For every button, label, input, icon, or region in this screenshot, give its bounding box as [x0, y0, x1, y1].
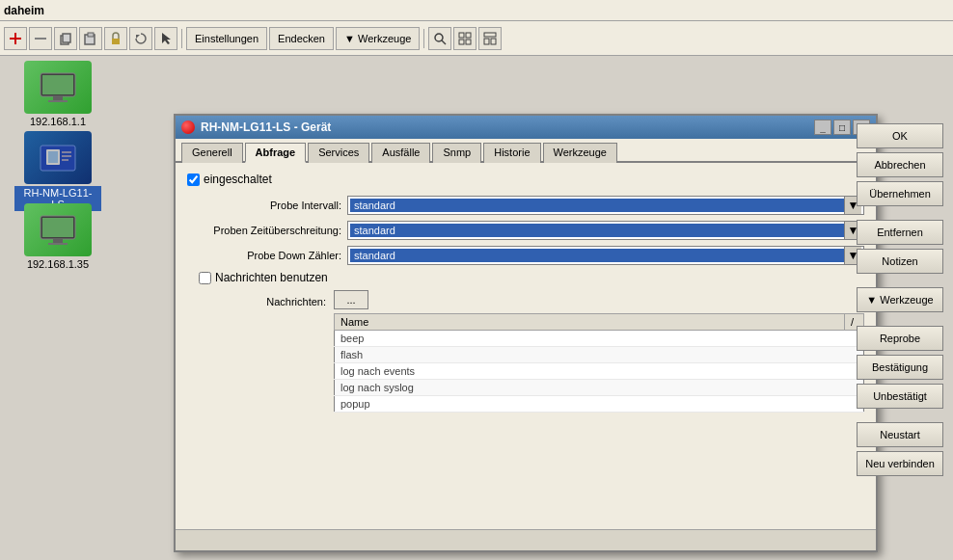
layout-icon[interactable] — [478, 27, 502, 50]
svg-rect-32 — [48, 243, 68, 245]
toolbar: Einstellungen Endecken ▼ Werkzeuge — [0, 21, 953, 56]
bestatigung-button[interactable]: Bestätigung — [857, 355, 943, 380]
svg-rect-16 — [484, 33, 496, 37]
proben-zeituber-select[interactable]: standard ▼ — [347, 221, 864, 240]
svg-rect-20 — [42, 75, 73, 94]
svg-line-11 — [442, 40, 446, 44]
table-row: beep — [335, 331, 864, 347]
device-icon-2[interactable]: RH-NM-LG11-LS — [14, 131, 101, 211]
ok-button[interactable]: OK — [857, 123, 943, 148]
svg-rect-14 — [459, 40, 464, 44]
tab-ausfalle[interactable]: Ausfälle — [371, 143, 430, 163]
svg-rect-15 — [466, 40, 471, 44]
messages-left: Nachrichten: — [199, 290, 334, 413]
lock-icon[interactable] — [104, 27, 127, 50]
einstellungen-button[interactable]: Einstellungen — [186, 27, 267, 50]
svg-rect-21 — [53, 96, 63, 100]
table-row: flash — [335, 347, 864, 363]
ubernehmen-button[interactable]: Übernehmen — [857, 181, 943, 206]
app-titlebar: daheim — [0, 0, 953, 21]
svg-rect-31 — [53, 239, 63, 243]
probe-intervall-select[interactable]: standard ▼ — [347, 196, 864, 215]
unbestatigt-button[interactable]: Unbestätigt — [857, 384, 943, 409]
copy-icon[interactable] — [54, 27, 77, 50]
svg-rect-27 — [62, 155, 71, 157]
probe-intervall-row: Probe Intervall: standard ▼ — [187, 196, 864, 215]
svg-rect-7 — [112, 39, 120, 44]
toolbar-separator-2 — [423, 29, 424, 48]
eingeschaltet-row: eingeschaltet — [187, 173, 864, 186]
svg-marker-9 — [162, 33, 171, 44]
tab-historie[interactable]: Historie — [483, 143, 540, 163]
nachrichten-label: Nachrichten: — [199, 290, 334, 307]
search-icon[interactable] — [428, 27, 451, 50]
probe-down-select[interactable]: standard ▼ — [347, 246, 864, 265]
reprobe-button[interactable]: Reprobe — [857, 326, 943, 351]
werkzeuge-button[interactable]: ▼ Werkzeuge — [336, 27, 420, 50]
dialog-title: RH-NM-LG11-LS - Gerät — [201, 120, 331, 134]
message-name-cell: popup — [335, 396, 845, 413]
neustart-button[interactable]: Neustart — [857, 422, 943, 447]
svg-rect-28 — [62, 159, 68, 161]
probe-intervall-label: Probe Intervall: — [187, 200, 341, 211]
device-icon-1[interactable]: 192.168.1.1 — [14, 61, 101, 127]
entfernen-button[interactable]: Entfernen — [857, 220, 943, 245]
probe-intervall-value: standard — [350, 199, 844, 212]
grid-icon[interactable] — [453, 27, 476, 50]
device-icon-3[interactable]: 192.168.1.35 — [14, 203, 101, 270]
device-icon-2-box — [24, 131, 92, 184]
tab-generell[interactable]: Generell — [181, 143, 243, 163]
tab-abfrage[interactable]: Abfrage — [245, 143, 307, 163]
endecken-button[interactable]: Endecken — [269, 27, 334, 50]
svg-rect-1 — [10, 38, 21, 40]
abbrechen-button[interactable]: Abbrechen — [857, 152, 943, 177]
probe-down-label: Probe Down Zähler: — [187, 250, 341, 261]
message-name-cell: flash — [335, 347, 845, 363]
table-row: popup — [335, 396, 864, 413]
eingeschaltet-checkbox[interactable] — [187, 173, 200, 186]
notizen-button[interactable]: Notizen — [857, 249, 943, 274]
tab-snmp[interactable]: Snmp — [432, 143, 481, 163]
app-title: daheim — [4, 4, 44, 17]
svg-rect-22 — [48, 100, 68, 102]
device-icon-3-box — [24, 203, 92, 256]
svg-rect-25 — [48, 151, 58, 163]
svg-rect-17 — [484, 39, 489, 44]
message-table: Name / beepflashlog nach eventslog nach … — [334, 313, 864, 413]
remove-icon[interactable] — [29, 27, 52, 50]
eingeschaltet-label: eingeschaltet — [204, 173, 272, 186]
neu-verbinden-button[interactable]: Neu verbinden — [857, 451, 943, 476]
svg-rect-18 — [491, 39, 496, 44]
proben-zeituber-label: Proben Zeitüberschreitung: — [187, 225, 341, 236]
refresh-icon[interactable] — [129, 27, 152, 50]
message-name-cell: log nach syslog — [335, 380, 845, 396]
messages-right: ... Name / beepflashlog nach eventslog n… — [334, 290, 864, 413]
dialog-body: eingeschaltet Probe Intervall: standard … — [176, 163, 876, 529]
dialog-icon — [181, 120, 195, 134]
tab-werkzeuge[interactable]: Werkzeuge — [543, 143, 617, 163]
device-icon-1-label: 192.168.1.1 — [30, 116, 86, 127]
add-icon[interactable] — [4, 27, 27, 50]
table-row: log nach syslog — [335, 380, 864, 396]
desktop: 192.168.1.1 RH-NM-LG11-LS 192.168. — [0, 56, 953, 560]
nachrichten-checkbox[interactable] — [199, 272, 211, 284]
cursor-icon[interactable] — [154, 27, 177, 50]
tab-services[interactable]: Services — [308, 143, 369, 163]
nachrichten-benutzen-label: Nachrichten benutzen — [215, 271, 328, 284]
werkzeuge-side-button[interactable]: ▼ Werkzeuge — [857, 287, 943, 312]
maximize-button[interactable]: □ — [833, 120, 851, 135]
svg-rect-26 — [62, 151, 71, 153]
toolbar-separator-1 — [181, 29, 182, 48]
message-name-cell: log nach events — [335, 363, 845, 380]
ellipsis-button[interactable]: ... — [334, 290, 368, 309]
svg-rect-2 — [35, 38, 46, 40]
probe-down-row: Probe Down Zähler: standard ▼ — [187, 246, 864, 265]
minimize-button[interactable]: _ — [814, 120, 831, 135]
svg-rect-6 — [88, 33, 94, 37]
paste-icon[interactable] — [79, 27, 102, 50]
svg-point-10 — [435, 34, 443, 41]
dialog-statusbar — [176, 529, 876, 550]
proben-zeituber-value: standard — [350, 224, 844, 237]
svg-marker-8 — [136, 35, 140, 39]
tab-bar: Generell Abfrage Services Ausfälle Snmp … — [176, 139, 876, 163]
